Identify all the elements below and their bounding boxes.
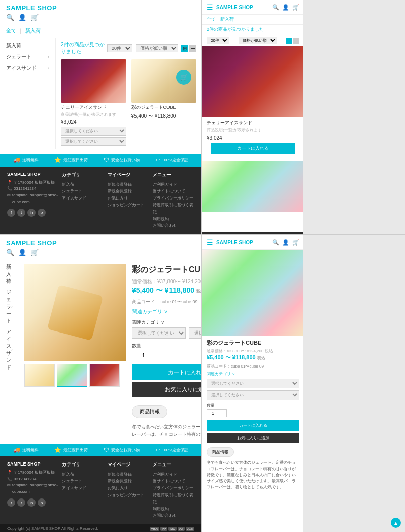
footer-link-privacy[interactable]: プライバシーポリシー: [153, 195, 194, 202]
footer-link-wishlist[interactable]: お気に入り: [108, 195, 149, 202]
grid-view-icon[interactable]: ⊞: [181, 45, 188, 52]
pinterest-icon[interactable]: p: [38, 209, 46, 217]
thumbnail-2[interactable]: [57, 364, 87, 387]
breadcrumb-all[interactable]: 全て: [6, 27, 16, 35]
thumbnail-1[interactable]: [24, 364, 55, 387]
mobile-detail-search-icon[interactable]: 🔍: [272, 239, 279, 246]
mobile-user-icon[interactable]: 👤: [282, 4, 289, 11]
sidebar-item-gelato[interactable]: ジェラート ›: [0, 51, 55, 62]
related-category[interactable]: 関連カテゴリ ∨: [132, 308, 201, 315]
footer-link-new[interactable]: 新入荷: [62, 471, 104, 478]
footer-link-terms[interactable]: 特定商取引に基づく表記: [153, 202, 194, 215]
detail-sidebar-new[interactable]: 新入荷: [0, 261, 19, 287]
footer-link-ice[interactable]: アイスサンド: [62, 485, 104, 492]
detail-user-icon[interactable]: 👤: [18, 249, 26, 256]
twitter-icon[interactable]: t: [17, 498, 25, 507]
footer-link-guide[interactable]: ご利用ガイド: [153, 471, 194, 478]
footer-link-tos[interactable]: 利用規約: [153, 506, 194, 513]
cart-icon[interactable]: 🛒: [30, 14, 39, 21]
mobile-product-image[interactable]: [203, 161, 303, 232]
footer-link-new[interactable]: 新入荷: [62, 181, 104, 188]
mobile-grid-icon[interactable]: [286, 38, 292, 44]
sidebar-item-new[interactable]: 新入荷: [0, 40, 55, 51]
mobile-option-select-1[interactable]: 選択してください: [207, 379, 299, 388]
footer-link-cart[interactable]: ショッピングカート: [108, 202, 149, 209]
product-detail: 彩のジェラートCUBE 通常価格：¥37,800〜 ¥124,200 税込 ¥5…: [19, 259, 201, 439]
pinterest-icon[interactable]: p: [38, 498, 46, 507]
linkedin-icon[interactable]: in: [27, 209, 36, 217]
mobile-sort-select[interactable]: 価格が低い順: [239, 37, 277, 44]
mobile-search-icon[interactable]: 🔍: [272, 4, 279, 11]
truck-icon: 🚚: [13, 447, 20, 453]
footer-link-gelato[interactable]: ジェラート: [62, 478, 104, 485]
footer-link-privacy[interactable]: プライバシーポリシー: [153, 485, 194, 492]
mobile-count-select[interactable]: 20件: [207, 37, 229, 44]
mobile-cart-icon[interactable]: 🛒: [292, 4, 299, 11]
mobile-detail-main-image[interactable]: [203, 250, 303, 336]
option-select-2[interactable]: 選択してください: [189, 327, 201, 339]
thumbnail-3[interactable]: [89, 364, 120, 387]
mobile-quantity-input[interactable]: [207, 409, 227, 417]
footer-link-terms[interactable]: 特定商取引に基づく表記: [153, 492, 194, 506]
footer-link-cart[interactable]: ショッピングカート: [108, 492, 149, 499]
user-icon[interactable]: 👤: [18, 14, 26, 21]
wishlist-button[interactable]: お気に入りに追加: [132, 382, 201, 397]
linkedin-icon[interactable]: in: [27, 498, 36, 507]
list-view-icon[interactable]: ☰: [189, 45, 196, 52]
mobile-related-category[interactable]: 関連カテゴリ ∨: [207, 371, 299, 377]
footer-link-about[interactable]: 当サイトについて: [153, 478, 194, 485]
quantity-input[interactable]: [132, 351, 162, 360]
footer-link-guide[interactable]: ご利用ガイド: [153, 181, 194, 188]
banner-safety: 🛡 安全なお買い物: [104, 157, 140, 163]
detail-footer-shop: SAMPLE SHOP 📍〒1780004 板橋区板橋 📞0312341234 …: [7, 461, 58, 519]
mobile-detail-menu-icon[interactable]: ☰: [207, 238, 213, 246]
mobile-add-to-cart-button[interactable]: カートに入れる: [211, 143, 295, 154]
twitter-icon[interactable]: t: [17, 209, 25, 217]
mobile-product-info-tab[interactable]: 商品情報: [207, 447, 234, 457]
product-info-tab[interactable]: 商品情報: [132, 405, 167, 418]
detail-cart-icon[interactable]: 🛒: [30, 249, 39, 256]
mobile-product-image[interactable]: [203, 46, 303, 117]
footer-link-register[interactable]: 新規会員登録: [108, 181, 149, 188]
product-image[interactable]: 🛒: [131, 59, 197, 103]
banner-delivery: ⭐ 最短翌日出荷: [54, 157, 88, 163]
shield-icon: 🛡: [104, 447, 109, 453]
footer-link-register2[interactable]: 新規会員登録: [108, 478, 149, 485]
search-icon[interactable]: 🔍: [6, 14, 14, 21]
sort-select[interactable]: 価格が低い順: [136, 44, 178, 52]
footer-shop-info: SAMPLE SHOP 📍〒1780004 板橋区板橋 📞0312341234 …: [7, 172, 58, 229]
product-image[interactable]: [61, 59, 126, 103]
detail-search-icon[interactable]: 🔍: [6, 249, 14, 256]
option-select-2[interactable]: 選択してください: [61, 137, 126, 146]
mobile-add-to-cart-button[interactable]: カートに入れる: [207, 420, 299, 431]
footer-link-gelato[interactable]: ジェラート: [62, 188, 104, 195]
option-select-1[interactable]: 選択してください: [61, 127, 126, 136]
mobile-option-select-2[interactable]: 選択してください: [207, 390, 299, 400]
footer-link-tos[interactable]: 利用規約: [153, 216, 194, 223]
footer-link-register[interactable]: 新規会員登録: [108, 471, 149, 478]
count-select[interactable]: 20件: [107, 44, 132, 52]
sidebar: 新入荷 ジェラート › アイスサンド ›: [0, 38, 56, 149]
detail-sidebar-ice[interactable]: アイスサンド ›: [0, 326, 19, 373]
add-to-cart-button[interactable]: カートに入れる: [132, 364, 201, 380]
footer-link-contact[interactable]: お問い合わせ: [153, 222, 194, 229]
mobile-detail-cart-icon[interactable]: 🛒: [292, 239, 299, 246]
footer-link-wishlist[interactable]: お気に入り: [108, 485, 149, 492]
sidebar-item-ice[interactable]: アイスサンド ›: [0, 62, 55, 74]
footer-link-register2[interactable]: 新規会員登録: [108, 188, 149, 195]
qty-label: 数量: [132, 343, 201, 349]
mobile-menu-icon[interactable]: ☰: [207, 3, 213, 11]
footer-link-ice[interactable]: アイスサンド: [62, 195, 104, 202]
mobile-detail-user-icon[interactable]: 👤: [282, 239, 289, 246]
facebook-icon[interactable]: f: [7, 209, 15, 217]
facebook-icon[interactable]: f: [7, 498, 15, 507]
detail-sidebar-gelato[interactable]: ジェラート ›: [0, 287, 19, 326]
option-select-1[interactable]: 選択してください: [132, 327, 186, 339]
detail-copyright: Copyright (c) SAMPLE SHOP All Rights Res…: [7, 526, 98, 531]
footer-link-about[interactable]: 当サイトについて: [153, 188, 194, 195]
footer-link-contact[interactable]: お問い合わせ: [153, 512, 194, 519]
main-product-image[interactable]: [24, 264, 126, 361]
mobile-wishlist-button[interactable]: お気に入りに追加: [207, 433, 299, 443]
mobile-list-icon[interactable]: [293, 38, 299, 44]
breadcrumb-new[interactable]: 新入荷: [25, 27, 41, 35]
